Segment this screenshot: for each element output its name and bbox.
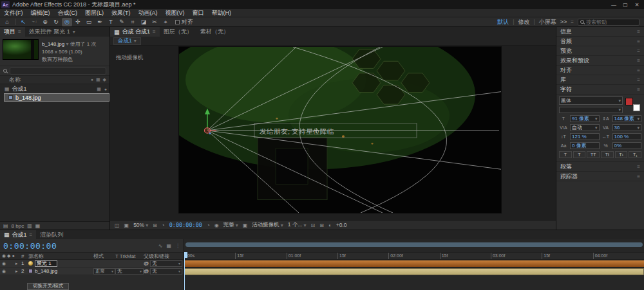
comp-navigator-chip[interactable]: 合成1 ▾ xyxy=(113,37,141,45)
faux-bold-button[interactable]: T xyxy=(559,151,572,158)
view-layout-dropdown[interactable]: 1 个... ▾ xyxy=(288,221,307,229)
blend-mode-dropdown[interactable]: 正常 ▾ xyxy=(93,268,115,275)
vertical-scale-field[interactable]: 121 % xyxy=(570,133,600,140)
interpret-footage-icon[interactable]: ▤ xyxy=(3,223,8,229)
layer-name[interactable]: b_148.jpg xyxy=(35,268,57,274)
panel-align[interactable]: 对齐 ≡ xyxy=(556,66,644,75)
magnification-icon[interactable]: ▣ xyxy=(124,222,129,228)
workspace-small-screen[interactable]: 小屏幕 xyxy=(539,18,556,26)
stroke-color-swatch[interactable] xyxy=(633,104,640,111)
current-timecode[interactable]: 0:00:00:00 xyxy=(3,241,57,251)
panel-menu-icon[interactable]: ≡ xyxy=(637,68,640,73)
horizontal-scale-field[interactable]: 100 % xyxy=(612,133,642,140)
selection-tool[interactable]: ↖ xyxy=(18,18,28,26)
rotate-tool[interactable]: ↻ xyxy=(51,18,61,26)
shape-tool[interactable]: ▭ xyxy=(84,18,94,26)
layer-visibility-icon[interactable]: ◉ xyxy=(2,261,6,266)
resolution-dropdown[interactable]: 完整 ▾ xyxy=(223,221,238,229)
fill-color-swatch[interactable] xyxy=(625,98,633,105)
trkmat-dropdown[interactable]: 无 ▾ xyxy=(115,268,144,275)
tab-project[interactable]: 项目 ≡ xyxy=(0,27,25,37)
parent-dropdown[interactable]: 无 ▾ xyxy=(150,268,182,275)
zoom-tool[interactable]: ⊕ xyxy=(40,18,50,26)
parent-link-header[interactable]: 父级和链接 xyxy=(144,253,184,260)
panel-menu-icon[interactable]: ≡ xyxy=(637,29,640,35)
timeline-zoom-scrollbar[interactable] xyxy=(185,242,643,247)
kerning-field[interactable]: 自动 ▾ xyxy=(570,124,600,131)
help-search-input[interactable] xyxy=(586,19,637,25)
panel-menu-icon[interactable]: ≡ xyxy=(637,48,640,54)
toggle-switches-modes-button[interactable]: 切换开关/模式 xyxy=(27,283,69,290)
mode-column-header[interactable]: 模式 xyxy=(93,253,115,260)
layer-name-edit-box[interactable]: 聚光 1 xyxy=(35,260,57,267)
hand-tool[interactable]: ☜ xyxy=(29,18,39,26)
all-caps-button[interactable]: TT xyxy=(587,151,600,158)
menu-layer[interactable]: 图层(L) xyxy=(81,9,108,17)
comp-timecode[interactable]: 0:00:00:00 xyxy=(169,222,202,228)
small-caps-button[interactable]: Tt xyxy=(601,151,614,158)
comp-canvas[interactable]: 发给朋友; 支持星位降临 xyxy=(179,47,501,213)
time-ruler[interactable]: :00s 15f 01:00f 15f 02:00f 15f 03:00f 15… xyxy=(184,252,644,260)
timeline-track-area[interactable]: :00s 15f 01:00f 15f 02:00f 15f 03:00f 15… xyxy=(184,239,644,290)
tab-layer[interactable]: 图层（无） xyxy=(160,27,196,37)
name-column-header[interactable]: 名称 xyxy=(9,76,21,84)
tab-footage[interactable]: 素材（无） xyxy=(196,27,233,37)
panel-menu-icon[interactable]: ≡ xyxy=(637,164,640,170)
source-name-header[interactable]: 源名称 xyxy=(28,253,93,260)
panel-menu-icon[interactable]: ≡ xyxy=(637,39,640,44)
project-item-footage[interactable]: b_148.jpg xyxy=(4,93,109,102)
leading-field[interactable]: 148 像素 ▾ xyxy=(612,115,642,122)
baseline-shift-field[interactable]: 0 像素 xyxy=(570,142,600,149)
layer-expand-icon[interactable]: ▸ xyxy=(15,261,21,266)
project-search-input[interactable] xyxy=(10,68,106,75)
panel-menu-icon[interactable]: ≡ xyxy=(637,174,640,179)
panel-audio[interactable]: 音频 ≡ xyxy=(556,37,644,46)
roto-brush-tool[interactable]: ✂ xyxy=(149,18,160,26)
unified-camera-tool[interactable]: ◎ xyxy=(62,18,72,26)
clone-stamp-tool[interactable]: ⌗ xyxy=(128,18,138,26)
snapshot-icon[interactable]: ◔ xyxy=(207,222,210,228)
panel-preview[interactable]: 预览 ≡ xyxy=(556,46,644,56)
home-tool[interactable]: ⌂ xyxy=(2,18,12,26)
puppet-pin-tool[interactable]: ⌖ xyxy=(160,18,171,26)
footage-thumbnail[interactable] xyxy=(3,39,39,60)
workspace-menu-icon[interactable]: ≡ xyxy=(571,19,574,25)
exposure-icon[interactable]: ◐ xyxy=(328,222,332,228)
pixel-aspect-icon[interactable]: ⊡ xyxy=(311,222,316,228)
mask-visibility-icon[interactable]: ◔ xyxy=(162,222,165,228)
fast-previews-icon[interactable]: ⊞ xyxy=(319,222,324,228)
menu-composition[interactable]: 合成(C) xyxy=(54,9,82,17)
snapping-checkbox[interactable] xyxy=(175,20,180,24)
layer-duration-bar-light[interactable] xyxy=(184,260,644,267)
layer-visibility-icon[interactable]: ◉ xyxy=(2,269,6,274)
subscript-button[interactable]: T₁ xyxy=(629,151,641,158)
always-preview-icon[interactable]: ◫ xyxy=(115,222,120,228)
tab-composition[interactable]: ▦ 合成 合成1 ≡ xyxy=(110,27,160,37)
workspace-default[interactable]: 默认 xyxy=(497,18,509,26)
panel-libraries[interactable]: 库 ≡ xyxy=(556,75,644,85)
exposure-value[interactable]: +0.0 xyxy=(336,222,347,228)
menu-animation[interactable]: 动画(A) xyxy=(135,9,162,17)
menu-edit[interactable]: 编辑(E) xyxy=(27,9,54,17)
layer-row-1[interactable]: ◉ ▸ 1 聚光 1 @ 无 ▾ xyxy=(0,260,184,267)
eraser-tool[interactable]: ◪ xyxy=(138,18,149,26)
project-item-comp[interactable]: ▦ 合成1 ▦ ● xyxy=(0,85,109,93)
panel-menu-icon[interactable]: ≡ xyxy=(637,77,640,83)
timeline-more-icon[interactable]: ⋮ xyxy=(175,243,180,249)
tab-timeline-comp[interactable]: ▦ 合成1 ≡ xyxy=(0,230,36,239)
menu-effect[interactable]: 效果(T) xyxy=(108,9,135,17)
superscript-button[interactable]: T¹ xyxy=(615,151,628,158)
panel-menu-icon[interactable]: ≡ xyxy=(153,29,156,35)
trkmat-column-header[interactable]: T TrkMat xyxy=(115,253,144,259)
layer-label-swatch[interactable] xyxy=(28,269,33,273)
font-size-field[interactable]: 91 像素 ▾ xyxy=(570,115,600,122)
tracking-field[interactable]: 36 ▾ xyxy=(612,124,642,131)
minimize-button[interactable]: — xyxy=(608,2,620,8)
panel-info[interactable]: 信息 ≡ xyxy=(556,27,644,37)
help-search[interactable] xyxy=(578,19,639,26)
grid-guides-icon[interactable]: ⊞ xyxy=(153,222,157,228)
panel-menu-icon[interactable]: ≡ xyxy=(18,29,21,35)
new-folder-icon[interactable]: ▥ xyxy=(27,223,32,229)
proportional-spacing-field[interactable]: 0% xyxy=(612,142,642,149)
menu-file[interactable]: 文件(F) xyxy=(0,9,27,17)
